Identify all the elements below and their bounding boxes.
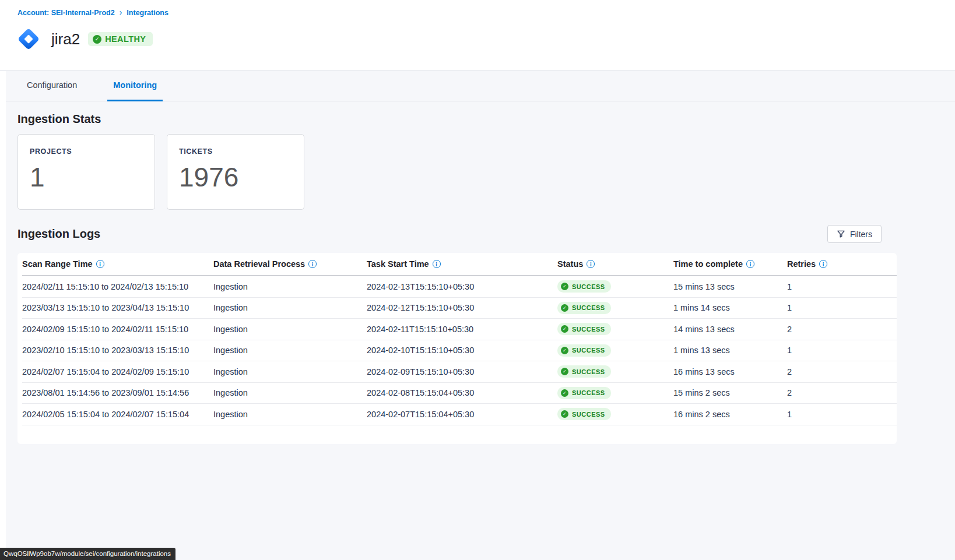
status-cell: SUCCESS xyxy=(557,365,673,378)
jira-logo-icon xyxy=(13,23,44,55)
status-badge: SUCCESS xyxy=(557,280,611,293)
process-cell: Ingestion xyxy=(213,388,367,397)
scan-range-cell: 2023/08/01 15:14:56 to 2023/09/01 15:14:… xyxy=(22,388,213,397)
scan-range-cell: 2024/02/05 15:15:04 to 2024/02/07 15:15:… xyxy=(22,410,213,419)
tab-monitoring-label: Monitoring xyxy=(113,80,157,90)
filter-funnel-icon xyxy=(837,230,845,238)
status-cell: SUCCESS xyxy=(557,408,673,420)
stat-card-tickets: TICKETS 1976 xyxy=(167,134,304,210)
task-start-cell: 2024-02-09T15:15:10+05:30 xyxy=(367,367,557,376)
time-to-complete-cell: 1 mins 14 secs xyxy=(673,303,787,312)
status-label: SUCCESS xyxy=(572,347,605,354)
breadcrumb-account-link[interactable]: Account: SEI-Internal-Prod2 xyxy=(17,9,115,17)
task-start-cell: 2024-02-07T15:15:04+05:30 xyxy=(367,410,557,419)
column-header-task-start-time: Task Start Time xyxy=(367,259,557,269)
status-label: SUCCESS xyxy=(572,368,605,375)
tab-monitoring[interactable]: Monitoring xyxy=(107,71,163,101)
column-header-label: Task Start Time xyxy=(367,259,429,269)
scan-range-cell: 2024/02/11 15:15:10 to 2024/02/13 15:15:… xyxy=(22,282,213,291)
retries-cell: 2 xyxy=(787,367,897,376)
scan-range-cell: 2024/02/09 15:15:10 to 2024/02/11 15:15:… xyxy=(22,325,213,334)
process-cell: Ingestion xyxy=(213,282,367,291)
info-icon[interactable] xyxy=(96,260,104,268)
info-icon[interactable] xyxy=(308,260,317,268)
table-row: 2024/02/11 15:15:10 to 2024/02/13 15:15:… xyxy=(22,276,897,298)
table-row: 2023/03/13 15:15:10 to 2023/04/13 15:15:… xyxy=(22,298,897,319)
time-to-complete-cell: 14 mins 13 secs xyxy=(673,325,787,334)
health-status-badge: HEALTHY xyxy=(88,32,153,46)
time-to-complete-cell: 15 mins 13 secs xyxy=(673,282,787,291)
check-icon xyxy=(561,283,568,290)
page-title: jira2 xyxy=(51,30,80,48)
time-to-complete-cell: 1 mins 13 secs xyxy=(673,346,787,355)
process-cell: Ingestion xyxy=(213,303,367,312)
status-label: SUCCESS xyxy=(572,411,605,418)
time-to-complete-cell: 16 mins 2 secs xyxy=(673,410,787,419)
page-header: Account: SEI-Internal-Prod2 › Integratio… xyxy=(0,0,955,71)
status-badge: SUCCESS xyxy=(557,302,611,314)
scan-range-cell: 2023/02/10 15:15:10 to 2023/03/13 15:15:… xyxy=(22,346,213,355)
retries-cell: 1 xyxy=(787,346,897,355)
retries-cell: 2 xyxy=(787,388,897,397)
info-icon[interactable] xyxy=(746,260,754,268)
tab-configuration[interactable]: Configuration xyxy=(21,71,83,101)
info-icon[interactable] xyxy=(819,260,827,268)
info-icon[interactable] xyxy=(433,260,441,268)
stat-value: 1 xyxy=(30,161,143,193)
status-label: SUCCESS xyxy=(572,389,605,396)
retries-cell: 2 xyxy=(787,325,897,334)
column-header-label: Status xyxy=(557,259,583,269)
tab-configuration-label: Configuration xyxy=(27,80,77,90)
stat-label: PROJECTS xyxy=(30,147,143,156)
breadcrumb-separator-icon: › xyxy=(120,8,122,17)
status-label: SUCCESS xyxy=(572,283,605,290)
status-cell: SUCCESS xyxy=(557,280,673,293)
status-cell: SUCCESS xyxy=(557,344,673,357)
status-badge: SUCCESS xyxy=(557,323,611,335)
breadcrumb: Account: SEI-Internal-Prod2 › Integratio… xyxy=(17,8,955,17)
time-to-complete-cell: 15 mins 2 secs xyxy=(673,388,787,397)
column-header-scan-range-time: Scan Range Time xyxy=(22,259,213,269)
table-row: 2023/08/01 15:14:56 to 2023/09/01 15:14:… xyxy=(22,383,897,404)
stat-value: 1976 xyxy=(179,161,292,193)
table-row: 2024/02/09 15:15:10 to 2024/02/11 15:15:… xyxy=(22,319,897,340)
task-start-cell: 2024-02-10T15:15:10+05:30 xyxy=(367,346,557,355)
column-header-time-to-complete: Time to complete xyxy=(673,259,787,269)
task-start-cell: 2024-02-12T15:15:10+05:30 xyxy=(367,303,557,312)
table-header-row: Scan Range Time Data Retrieval Process T… xyxy=(22,253,897,276)
breadcrumb-integrations-link[interactable]: Integrations xyxy=(127,9,168,17)
check-icon xyxy=(93,35,101,44)
health-status-label: HEALTHY xyxy=(105,34,146,44)
task-start-cell: 2024-02-08T15:15:04+05:30 xyxy=(367,388,557,397)
process-cell: Ingestion xyxy=(213,367,367,376)
table-row: 2024/02/07 15:15:04 to 2024/02/09 15:15:… xyxy=(22,361,897,383)
process-cell: Ingestion xyxy=(213,346,367,355)
retries-cell: 1 xyxy=(787,282,897,291)
main-content: Ingestion Stats PROJECTS 1 TICKETS 1976 … xyxy=(0,112,955,444)
link-preview-status-bar: QwqOSllWp9ob7w/module/sei/configuration/… xyxy=(0,548,175,560)
column-header-label: Time to complete xyxy=(673,259,743,269)
ingestion-stats-title: Ingestion Stats xyxy=(17,112,897,126)
column-header-data-retrieval-process: Data Retrieval Process xyxy=(213,259,367,269)
scan-range-cell: 2024/02/07 15:15:04 to 2024/02/09 15:15:… xyxy=(22,367,213,376)
stat-label: TICKETS xyxy=(179,147,292,156)
task-start-cell: 2024-02-11T15:15:10+05:30 xyxy=(367,325,557,334)
status-cell: SUCCESS xyxy=(557,302,673,314)
status-badge: SUCCESS xyxy=(557,387,611,399)
status-cell: SUCCESS xyxy=(557,323,673,335)
column-header-status: Status xyxy=(557,259,673,269)
check-icon xyxy=(561,325,568,333)
info-icon[interactable] xyxy=(587,260,595,268)
process-cell: Ingestion xyxy=(213,325,367,334)
ingestion-logs-table: Scan Range Time Data Retrieval Process T… xyxy=(17,253,897,444)
task-start-cell: 2024-02-13T15:15:10+05:30 xyxy=(367,282,557,291)
check-icon xyxy=(561,389,568,397)
check-icon xyxy=(561,368,568,375)
filters-button[interactable]: Filters xyxy=(827,225,882,243)
status-cell: SUCCESS xyxy=(557,387,673,399)
table-row: 2024/02/05 15:15:04 to 2024/02/07 15:15:… xyxy=(22,404,897,425)
tab-bar: Configuration Monitoring xyxy=(0,71,955,101)
check-icon xyxy=(561,347,568,354)
ingestion-logs-title: Ingestion Logs xyxy=(17,227,100,241)
stat-cards: PROJECTS 1 TICKETS 1976 xyxy=(17,134,897,210)
